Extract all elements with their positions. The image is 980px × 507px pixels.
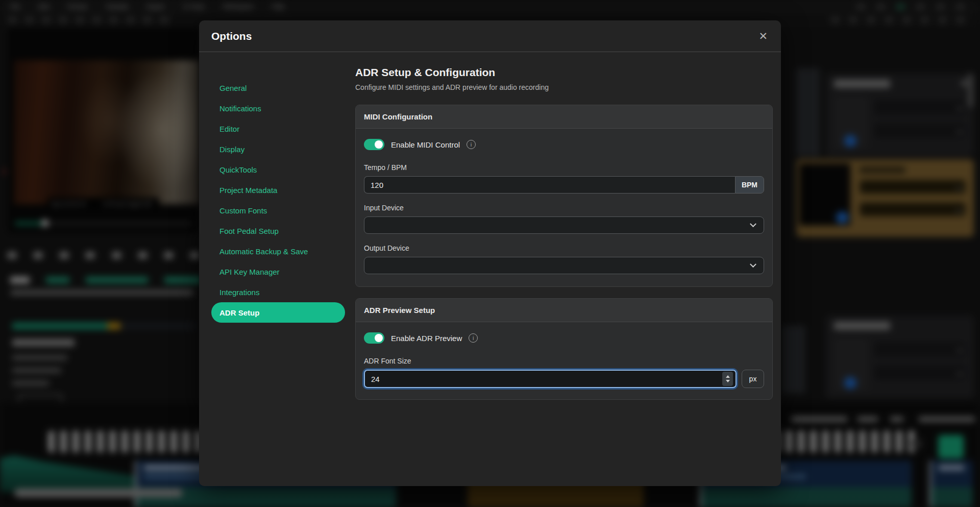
enable-adr-preview-row: Enable ADR Preview i bbox=[364, 332, 764, 344]
modal-title: Options bbox=[211, 30, 252, 42]
px-unit-suffix: px bbox=[742, 370, 764, 388]
spinner-down-icon[interactable] bbox=[726, 380, 730, 382]
chevron-down-icon bbox=[750, 261, 756, 268]
input-device-label: Input Device bbox=[364, 204, 764, 212]
modal-body: General Notifications Editor Display Qui… bbox=[199, 52, 781, 486]
midi-configuration-section: MIDI Configuration Enable MIDI Control i… bbox=[355, 105, 773, 287]
adr-preview-setup-section: ADR Preview Setup Enable ADR Preview i A… bbox=[355, 298, 773, 400]
bpm-unit-suffix: BPM bbox=[735, 176, 764, 194]
output-device-label: Output Device bbox=[364, 244, 764, 252]
sidebar-item-custom-fonts[interactable]: Custom Fonts bbox=[211, 200, 345, 221]
modal-header: Options ✕ bbox=[199, 20, 781, 52]
spinner-up-icon[interactable] bbox=[726, 375, 730, 378]
sidebar-item-general[interactable]: General bbox=[211, 78, 345, 98]
sidebar-item-editor[interactable]: Editor bbox=[211, 118, 345, 139]
options-content: ADR Setup & Configuration Configure MIDI… bbox=[355, 63, 773, 474]
sidebar-item-project-metadata[interactable]: Project Metadata bbox=[211, 180, 345, 200]
sidebar-item-api-key-manager[interactable]: API Key Manager bbox=[211, 261, 345, 282]
toggle-knob bbox=[375, 140, 383, 149]
sidebar-item-notifications[interactable]: Notifications bbox=[211, 98, 345, 118]
section-body: Enable MIDI Control i Tempo / BPM BPM In… bbox=[356, 129, 772, 286]
sidebar-item-display[interactable]: Display bbox=[211, 139, 345, 159]
number-spinner bbox=[722, 372, 733, 386]
info-icon[interactable]: i bbox=[469, 333, 478, 343]
adr-font-size-field bbox=[364, 370, 737, 388]
page-subtitle: Configure MIDI settings and ADR preview … bbox=[355, 83, 773, 91]
sidebar-item-foot-pedal-setup[interactable]: Foot Pedal Setup bbox=[211, 221, 345, 241]
adr-font-size-row: px bbox=[364, 370, 764, 388]
enable-adr-preview-toggle[interactable] bbox=[364, 332, 384, 344]
output-device-select[interactable] bbox=[364, 257, 764, 274]
close-icon[interactable]: ✕ bbox=[758, 31, 768, 41]
section-title: MIDI Configuration bbox=[356, 105, 772, 129]
app-window: File Edit Format Tutorials Export AI Too… bbox=[0, 0, 980, 507]
toggle-label: Enable MIDI Control bbox=[391, 140, 460, 149]
sidebar-item-automatic-backup-save[interactable]: Automatic Backup & Save bbox=[211, 241, 345, 261]
tempo-bpm-group: BPM bbox=[364, 176, 764, 194]
options-modal: Options ✕ General Notifications Editor D… bbox=[199, 20, 781, 486]
sidebar-item-integrations[interactable]: Integrations bbox=[211, 282, 345, 302]
adr-font-size-input[interactable] bbox=[365, 375, 722, 383]
toggle-label: Enable ADR Preview bbox=[391, 334, 462, 343]
adr-font-size-label: ADR Font Size bbox=[364, 357, 764, 365]
info-icon[interactable]: i bbox=[467, 140, 476, 149]
input-device-select[interactable] bbox=[364, 216, 764, 234]
options-sidebar: General Notifications Editor Display Qui… bbox=[211, 63, 345, 474]
enable-midi-control-toggle[interactable] bbox=[364, 139, 384, 150]
page-title: ADR Setup & Configuration bbox=[355, 66, 773, 79]
sidebar-item-adr-setup[interactable]: ADR Setup bbox=[211, 302, 345, 323]
section-title: ADR Preview Setup bbox=[356, 299, 772, 322]
sidebar-item-quicktools[interactable]: QuickTools bbox=[211, 159, 345, 180]
tempo-bpm-input[interactable] bbox=[364, 176, 735, 194]
toggle-knob bbox=[375, 334, 383, 342]
section-body: Enable ADR Preview i ADR Font Size bbox=[356, 322, 772, 399]
enable-midi-control-row: Enable MIDI Control i bbox=[364, 139, 764, 150]
chevron-down-icon bbox=[750, 221, 756, 227]
tempo-bpm-label: Tempo / BPM bbox=[364, 163, 764, 172]
